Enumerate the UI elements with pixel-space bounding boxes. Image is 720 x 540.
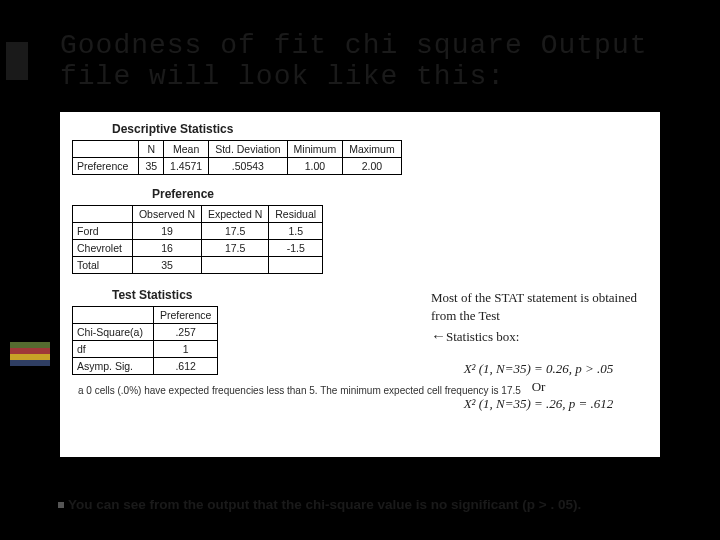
- formula-or: Or: [431, 378, 646, 396]
- note-line2: Statistics box:: [446, 329, 519, 344]
- left-arrow-icon: ←: [431, 328, 446, 344]
- preference-table: Observed N Expected N Residual Ford 19 1…: [72, 205, 323, 274]
- table-row: Chi-Square(a) .257: [73, 324, 218, 341]
- formula-1: X² (1, N=35) = 0.26, p > .05: [431, 360, 646, 378]
- table-row: Ford 19 17.5 1.5: [73, 223, 323, 240]
- decorative-stripes: [0, 342, 60, 370]
- test-stats-table: Preference Chi-Square(a) .257 df 1 Asymp…: [72, 306, 218, 375]
- spss-output-panel: Descriptive Statistics N Mean Std. Devia…: [60, 112, 660, 457]
- table-row: df 1: [73, 341, 218, 358]
- descriptive-stats-heading: Descriptive Statistics: [112, 122, 648, 136]
- col-max: Maximum: [343, 141, 402, 158]
- col-min: Minimum: [287, 141, 343, 158]
- formula-2: X² (1, N=35) = .26, p = .612: [431, 395, 646, 413]
- note-line1: Most of the STAT statement is obtained f…: [431, 289, 646, 324]
- table-row: Asymp. Sig. .612: [73, 358, 218, 375]
- slide-title: Goodness of fit chi square Output file w…: [0, 0, 720, 102]
- row-label: Preference: [73, 158, 139, 175]
- bullet-icon: [58, 502, 64, 508]
- col-mean: Mean: [164, 141, 209, 158]
- preference-heading: Preference: [152, 187, 648, 201]
- descriptive-stats-table: N Mean Std. Deviation Minimum Maximum Pr…: [72, 140, 402, 175]
- annotation-note: Most of the STAT statement is obtained f…: [431, 287, 646, 413]
- bullet-point: You can see from the output that the chi…: [58, 497, 680, 512]
- table-row: Total 35: [73, 257, 323, 274]
- table-row: Chevrolet 16 17.5 -1.5: [73, 240, 323, 257]
- bullet-text: You can see from the output that the chi…: [68, 497, 581, 512]
- col-n: N: [139, 141, 164, 158]
- table-row: Preference 35 1.4571 .50543 1.00 2.00: [73, 158, 402, 175]
- decorative-block: [6, 42, 28, 80]
- col-stddev: Std. Deviation: [209, 141, 287, 158]
